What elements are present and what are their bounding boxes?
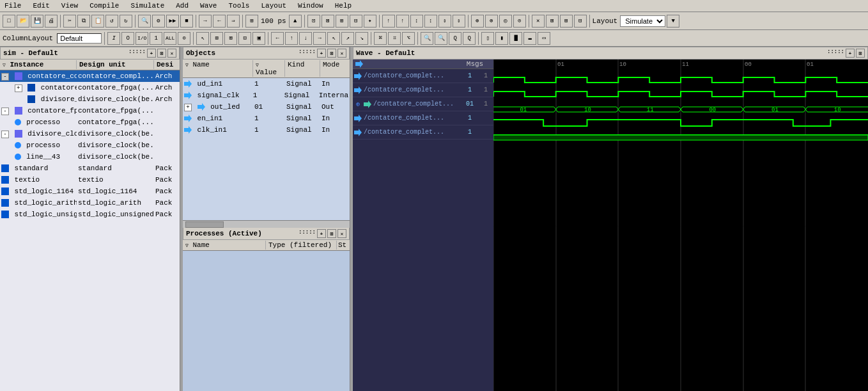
obj-pin-icon[interactable]: + [317,49,326,58]
tb2-all[interactable]: ALL [164,32,176,45]
tb2-wave3[interactable]: ⌥ [402,32,415,45]
copy-button[interactable]: ⧉ [77,15,90,28]
tb2-filter[interactable]: ⊙ [178,32,190,45]
sim-btn2[interactable]: ⊠ [322,15,334,28]
sim-row-3[interactable]: - contatore_fpga contatore_fpga(... Arch [0,105,180,116]
tb2-zoom3[interactable]: Q [449,32,461,45]
sim-expand-5[interactable]: - [1,131,9,138]
layout-arrow[interactable]: ▼ [667,15,679,28]
tb2-arrow2[interactable]: ↑ [285,32,298,45]
tb2-snap2[interactable]: ▣ [252,32,265,45]
tb2-disp3[interactable]: █ [509,32,522,45]
wave-btn3[interactable]: ◎ [499,15,512,28]
tb2-arrow6[interactable]: ↗ [341,32,354,45]
sim-expand-3[interactable]: - [1,108,9,115]
menu-layout[interactable]: Layout [259,1,288,10]
sim-expand-0[interactable]: - [1,73,9,81]
new-button[interactable]: □ [3,15,15,28]
tb2-arrow4[interactable]: → [313,32,326,45]
sim-run6[interactable]: ⇕ [453,15,465,28]
time-step-up[interactable]: ▲ [289,15,302,28]
objects-scroll-thumb[interactable] [185,221,224,228]
wave-sig-row-2[interactable]: ⊕ /contatore_complet... 01 1 [353,97,493,111]
stop-button[interactable]: ■ [180,15,193,28]
sim-btn1[interactable]: ⊡ [307,15,320,28]
tb2-wave-expand[interactable]: ⊞ [210,32,223,45]
paste-button[interactable]: 📋 [91,15,104,28]
opt-btn1[interactable]: ✕ [532,15,545,28]
proc-close-icon[interactable]: ✕ [337,229,346,238]
sim-run1[interactable]: ↑ [382,15,395,28]
obj-row-4[interactable]: clk_in1 1 Signal In [183,124,350,136]
opt-btn2[interactable]: ⊠ [546,15,559,28]
sim-row-11[interactable]: std_logic_arith std_logic_arith Pack [0,197,180,209]
tb2-zoom4[interactable]: Q [463,32,476,45]
print-button[interactable]: 🖨 [45,15,58,28]
obj-close-icon[interactable]: ✕ [337,49,346,58]
sim-row-5[interactable]: - divisore_clock divisore_clock(be...Arc… [0,128,180,140]
tb2-io[interactable]: I/O [136,32,148,45]
wave-btn4[interactable]: ⊙ [513,15,526,28]
wave-btn1[interactable]: ⊕ [471,15,484,28]
tb2-1[interactable]: 1 [150,32,162,45]
tb2-zoom1[interactable]: 🔍 [421,32,433,45]
wave-expand-icon-2[interactable]: ⊕ [356,100,360,108]
wave-dock-icon[interactable]: ⊠ [856,49,865,58]
menu-file[interactable]: File [3,1,23,10]
layout-select[interactable]: Simulate [620,15,665,27]
opt-btn3[interactable]: ⊞ [560,15,573,28]
save-button[interactable]: 💾 [31,15,43,28]
wave-sig-row-0[interactable]: /contatore_complet... 1 1 [353,69,493,83]
opt-btn4[interactable]: ⊟ [574,15,587,28]
tb2-disp2[interactable]: ▮ [495,32,508,45]
compile-button[interactable]: ⚙ [152,15,165,28]
sim-row-6[interactable]: processo divisore_clock(be...Proc [0,140,180,151]
tb2-cursor[interactable]: ↖ [196,32,209,45]
sim-row-8[interactable]: standard standard Pack [0,163,180,174]
proc-pin-icon[interactable]: + [317,229,326,238]
sim-run4[interactable]: ↕ [424,15,437,28]
tb2-disp5[interactable]: ▭ [538,32,550,45]
sim-expand-1[interactable]: + [15,84,22,92]
tb2-arrow1[interactable]: ← [271,32,284,45]
obj-row-3[interactable]: en_in1 1 Signal In [183,113,350,124]
tb2-wave1[interactable]: ⌘ [374,32,387,45]
sim-row-10[interactable]: std_logic_1164 std_logic_1164 Pack [0,186,180,197]
tb2-zoom-fit[interactable]: ⊠ [224,32,237,45]
obj-dock-icon[interactable]: ⊠ [327,49,336,58]
menu-view[interactable]: View [59,1,80,10]
sim-run5[interactable]: ⇕ [438,15,451,28]
menu-help[interactable]: Help [333,1,353,10]
wave-sig-row-4[interactable]: /contatore_complet... 1 [353,125,493,140]
view-source[interactable]: ⊞ [245,15,258,28]
obj-row-2[interactable]: + out_led 01 Signal Out [183,101,350,113]
sim-row-12[interactable]: std_logic_unsigned std_logic_unsigned Pa… [0,209,180,220]
menu-add[interactable]: Add [174,1,190,10]
sim-row-1[interactable]: + contatore_fpga... contatore_fpga(... A… [0,82,180,93]
tb2-zoom2[interactable]: 🔍 [435,32,447,45]
tb2-wave2[interactable]: ⌗ [388,32,401,45]
wave-btn2[interactable]: ⊗ [485,15,498,28]
sim-row-4[interactable]: processo contatore_fpga(... Pro [0,116,180,128]
tb2-snap[interactable]: ⊟ [238,32,251,45]
sim-row-0[interactable]: - contatore_completo... contatore_compl.… [0,70,180,82]
obj-row-1[interactable]: signal_clk 1 Signal Interna [183,90,350,101]
forward-button[interactable]: ⇒ [227,15,240,28]
wave-sig-row-3[interactable]: /contatore_complet... 1 [353,111,493,125]
obj-expand-2[interactable]: + [184,104,192,111]
tb2-disp4[interactable]: ▬ [523,32,536,45]
wave-sig-row-1[interactable]: /contatore_complet... 1 1 [353,83,493,97]
sim-close-icon[interactable]: ✕ [167,49,176,58]
objects-scrollbar[interactable] [183,220,350,228]
wave-pin-icon[interactable]: + [846,49,855,58]
sim-run2[interactable]: ↑ [396,15,409,28]
proc-dock-icon[interactable]: ⊠ [327,229,336,238]
menu-window[interactable]: Window [296,1,325,10]
open-button[interactable]: 📂 [17,15,29,28]
menu-simulate[interactable]: Simulate [128,1,166,10]
sim-btn3[interactable]: ⊞ [336,15,348,28]
run-all-button[interactable]: ▶▶ [166,15,179,28]
undo-button[interactable]: ↺ [105,15,118,28]
sim-pin-icon[interactable]: + [147,49,156,58]
col-layout-input[interactable] [57,33,102,44]
